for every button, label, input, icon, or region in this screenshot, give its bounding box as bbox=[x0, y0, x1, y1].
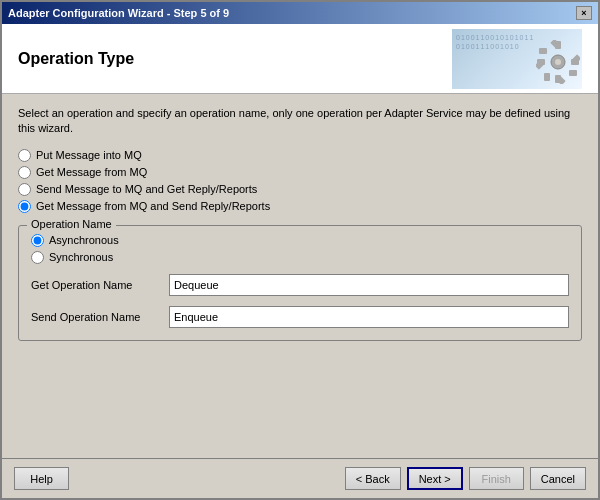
svg-point-1 bbox=[555, 59, 561, 65]
header-title: Operation Type bbox=[18, 50, 134, 68]
next-button[interactable]: Next > bbox=[407, 467, 463, 490]
radio-label-op1: Put Message into MQ bbox=[36, 149, 142, 161]
radio-op2[interactable] bbox=[18, 166, 31, 179]
radio-label-op4: Get Message from MQ and Send Reply/Repor… bbox=[36, 200, 270, 212]
radio-item-op3: Send Message to MQ and Get Reply/Reports bbox=[18, 183, 582, 196]
help-button[interactable]: Help bbox=[14, 467, 69, 490]
radio-op3[interactable] bbox=[18, 183, 31, 196]
gear-icon bbox=[536, 40, 580, 87]
footer-bar: Help < Back Next > Finish Cancel bbox=[2, 458, 598, 498]
radio-op4[interactable] bbox=[18, 200, 31, 213]
title-bar-left: Adapter Configuration Wizard - Step 5 of… bbox=[8, 7, 229, 19]
send-op-name-input[interactable] bbox=[169, 306, 569, 328]
radio-label-async: Asynchronous bbox=[49, 234, 119, 246]
back-button[interactable]: < Back bbox=[345, 467, 401, 490]
banner-text: 01001100101010110100111001010 bbox=[456, 33, 536, 51]
title-bar: Adapter Configuration Wizard - Step 5 of… bbox=[2, 2, 598, 24]
content-area: Select an operation and specify an opera… bbox=[2, 94, 598, 458]
radio-item-op4: Get Message from MQ and Send Reply/Repor… bbox=[18, 200, 582, 213]
header-banner: Operation Type 0100110010101011010011100… bbox=[2, 24, 598, 94]
radio-op1[interactable] bbox=[18, 149, 31, 162]
svg-rect-7 bbox=[569, 70, 577, 76]
header-graphic: 01001100101010110100111001010 bbox=[452, 29, 582, 89]
radio-async[interactable] bbox=[31, 234, 44, 247]
finish-button[interactable]: Finish bbox=[469, 467, 524, 490]
radio-sync[interactable] bbox=[31, 251, 44, 264]
wizard-window: Adapter Configuration Wizard - Step 5 of… bbox=[0, 0, 600, 500]
send-op-name-label: Send Operation Name bbox=[31, 311, 161, 323]
send-op-name-row: Send Operation Name bbox=[31, 306, 569, 328]
radio-item-async: Asynchronous bbox=[31, 234, 569, 247]
svg-rect-9 bbox=[544, 73, 550, 81]
radio-label-op2: Get Message from MQ bbox=[36, 166, 147, 178]
operation-radio-group: Put Message into MQ Get Message from MQ … bbox=[18, 149, 582, 213]
footer-left: Help bbox=[14, 467, 69, 490]
radio-item-op2: Get Message from MQ bbox=[18, 166, 582, 179]
close-button[interactable]: × bbox=[576, 6, 592, 20]
radio-item-sync: Synchronous bbox=[31, 251, 569, 264]
get-op-name-row: Get Operation Name bbox=[31, 274, 569, 296]
section-legend: Operation Name bbox=[27, 218, 116, 230]
radio-label-op3: Send Message to MQ and Get Reply/Reports bbox=[36, 183, 257, 195]
radio-item-op1: Put Message into MQ bbox=[18, 149, 582, 162]
window-title: Adapter Configuration Wizard - Step 5 of… bbox=[8, 7, 229, 19]
get-op-name-label: Get Operation Name bbox=[31, 279, 161, 291]
cancel-button[interactable]: Cancel bbox=[530, 467, 586, 490]
svg-rect-11 bbox=[539, 48, 547, 54]
operation-name-section: Operation Name Asynchronous Synchronous … bbox=[18, 225, 582, 341]
description-text: Select an operation and specify an opera… bbox=[18, 106, 582, 137]
radio-label-sync: Synchronous bbox=[49, 251, 113, 263]
get-op-name-input[interactable] bbox=[169, 274, 569, 296]
footer-right: < Back Next > Finish Cancel bbox=[345, 467, 586, 490]
